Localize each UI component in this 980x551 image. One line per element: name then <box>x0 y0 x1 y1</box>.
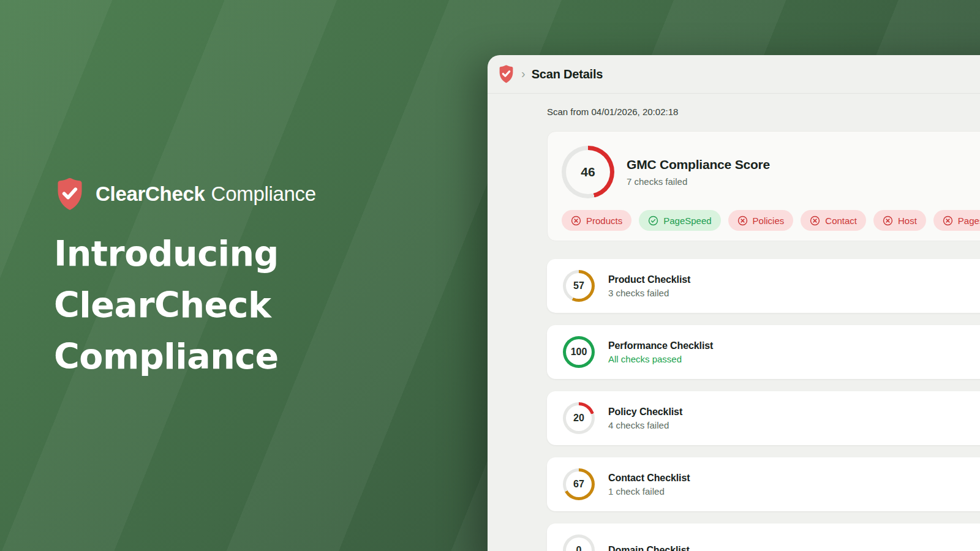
checklist-subtitle: 3 checks failed <box>608 288 690 298</box>
checklist-gauge: 0 <box>563 534 595 551</box>
checklist-card[interactable]: 100 Performance Checklist All checks pas… <box>547 325 980 379</box>
checklist-list: 57 Product Checklist 3 checks failed 100… <box>547 259 980 551</box>
hero-headline: Introducing ClearCheck Compliance <box>54 228 316 382</box>
checklist-card[interactable]: 0 Domain Checklist <box>547 523 980 551</box>
page-title: Scan Details <box>532 67 603 81</box>
summary-badges: Products PageSpeed Policies Contact <box>562 210 980 231</box>
checklist-gauge: 57 <box>563 270 595 302</box>
headline-line-2: ClearCheck <box>54 279 316 331</box>
circle-check-icon <box>648 216 658 226</box>
shield-check-icon <box>54 176 86 212</box>
badge-label: Pages <box>958 216 980 226</box>
checklist-subtitle: 1 check failed <box>608 486 690 497</box>
panel-header: › Scan Details <box>488 55 980 94</box>
circle-x-icon <box>883 216 893 226</box>
brand-name-regular: Compliance <box>211 182 316 205</box>
circle-x-icon <box>571 216 581 226</box>
brand-name-bold: ClearCheck <box>96 182 205 205</box>
checklist-title: Policy Checklist <box>608 407 682 418</box>
panel-body: Scan from 04/01/2026, 20:02:18 46 GMC Co… <box>488 107 980 551</box>
checklist-score-value: 67 <box>566 471 592 497</box>
brand-lockup: ClearCheckCompliance <box>54 176 316 212</box>
circle-x-icon <box>943 216 953 226</box>
checklist-gauge: 67 <box>563 468 595 500</box>
compliance-score-gauge: 46 <box>562 146 614 198</box>
check-status-badge[interactable]: Policies <box>728 210 794 231</box>
badge-label: Policies <box>753 216 785 226</box>
headline-line-1: Introducing <box>54 228 316 279</box>
scan-details-panel: › Scan Details Scan from 04/01/2026, 20:… <box>488 55 980 551</box>
checklist-card[interactable]: 57 Product Checklist 3 checks failed <box>547 259 980 313</box>
compliance-score-subtitle: 7 checks failed <box>627 176 770 187</box>
check-status-badge[interactable]: PageSpeed <box>639 210 720 231</box>
checklist-title: Product Checklist <box>608 274 690 285</box>
badge-label: PageSpeed <box>663 216 711 226</box>
badge-label: Host <box>898 216 917 226</box>
badge-label: Products <box>586 216 622 226</box>
checklist-title: Domain Checklist <box>608 545 690 551</box>
hero-section: ClearCheckCompliance Introducing ClearCh… <box>54 176 316 382</box>
checklist-title: Performance Checklist <box>608 340 713 351</box>
checklist-card[interactable]: 67 Contact Checklist 1 check failed <box>547 457 980 511</box>
checklist-score-value: 0 <box>566 538 592 551</box>
compliance-score-title: GMC Compliance Score <box>627 157 770 172</box>
checklist-subtitle: All checks passed <box>608 354 713 364</box>
checklist-title: Contact Checklist <box>608 473 690 484</box>
circle-x-icon <box>810 216 820 226</box>
checklist-gauge: 100 <box>563 336 595 368</box>
checklist-subtitle: 4 checks failed <box>608 420 682 430</box>
checklist-gauge: 20 <box>563 402 595 434</box>
checklist-score-value: 20 <box>566 405 592 431</box>
checklist-score-value: 100 <box>566 339 592 365</box>
compliance-score-header: 46 GMC Compliance Score 7 checks failed <box>562 146 980 198</box>
breadcrumb-chevron-icon: › <box>521 67 526 80</box>
shield-check-icon[interactable] <box>497 64 515 84</box>
check-status-badge[interactable]: Contact <box>801 210 866 231</box>
check-status-badge[interactable]: Host <box>873 210 926 231</box>
circle-x-icon <box>737 216 748 226</box>
brand-name: ClearCheckCompliance <box>96 182 316 206</box>
badge-label: Contact <box>825 216 857 226</box>
check-status-badge[interactable]: Products <box>562 210 631 231</box>
scan-timestamp: Scan from 04/01/2026, 20:02:18 <box>547 107 980 117</box>
checklist-card[interactable]: 20 Policy Checklist 4 checks failed <box>547 391 980 445</box>
checklist-score-value: 57 <box>566 273 592 299</box>
check-status-badge[interactable]: Pages <box>933 210 980 231</box>
page: { "hero": { "brand_bold": "ClearCheck", … <box>0 0 980 551</box>
compliance-score-value: 46 <box>566 150 610 194</box>
headline-line-3: Compliance <box>54 331 316 382</box>
compliance-score-card[interactable]: 46 GMC Compliance Score 7 checks failed … <box>547 131 980 241</box>
